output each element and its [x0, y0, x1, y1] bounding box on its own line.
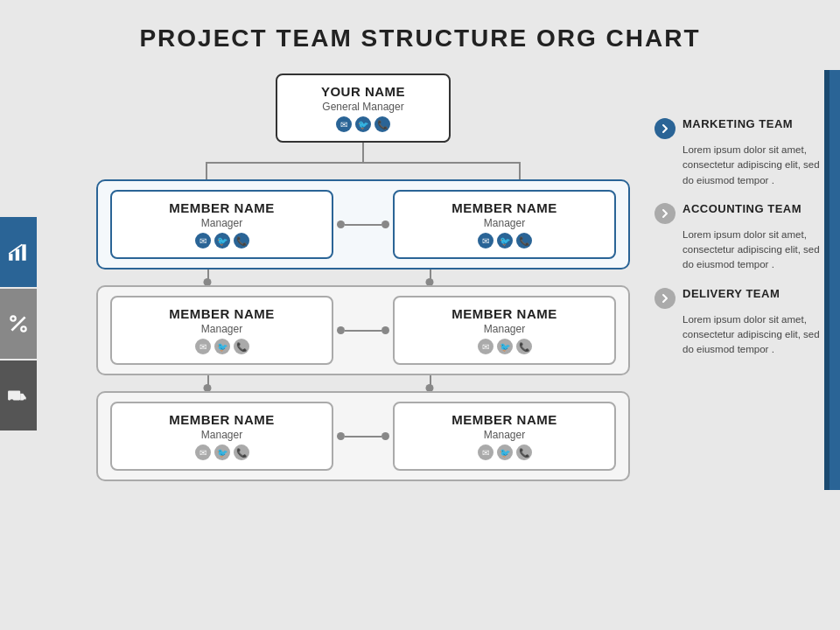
- svg-rect-6: [8, 391, 20, 401]
- member-2-right-role: Manager: [412, 323, 597, 335]
- member-3-left-icons: ✉ 🐦 📞: [130, 444, 314, 460]
- twitter-icon-1r: 🐦: [497, 233, 513, 248]
- phone-icon-2l: 📞: [234, 339, 249, 354]
- member-1-left-name: MEMBER NAME: [130, 200, 314, 215]
- svg-point-4: [10, 316, 15, 320]
- member-1-left-role: Manager: [130, 217, 314, 229]
- h-connector-3: [337, 436, 389, 438]
- email-icon-2r: ✉: [478, 339, 494, 354]
- member-node-3-left: MEMBER NAME Manager ✉ 🐦 📞: [110, 402, 333, 471]
- row-3: MEMBER NAME Manager ✉ 🐦 📞 MEMBER NAME Ma…: [96, 391, 630, 481]
- chevron-accounting[interactable]: [654, 203, 676, 224]
- sidebar-icon-truck[interactable]: [0, 360, 37, 430]
- top-node-role: General Manager: [304, 101, 423, 113]
- twitter-icon-2r: 🐦: [497, 339, 513, 354]
- email-icon-3r: ✉: [478, 444, 494, 460]
- twitter-icon-3r: 🐦: [497, 444, 513, 460]
- svg-line-3: [11, 317, 24, 330]
- team-delivery-desc: Lorem ipsum dolor sit amet, consectetur …: [654, 312, 831, 358]
- top-node-name: YOUR NAME: [304, 84, 423, 99]
- email-icon-2l: ✉: [195, 339, 211, 354]
- top-node-icons: ✉ 🐦 📞: [304, 116, 423, 132]
- member-2-right-name: MEMBER NAME: [412, 306, 597, 321]
- team-delivery-header: DELIVERY TEAM: [654, 287, 831, 309]
- svg-rect-0: [9, 254, 12, 261]
- truck-icon: [7, 384, 30, 407]
- page-title: PROJECT TEAM STRUCTURE ORG CHART: [0, 0, 840, 61]
- twitter-icon-2l: 🐦: [214, 339, 230, 354]
- sidebar-icon-percent[interactable]: [0, 289, 37, 359]
- org-chart: YOUR NAME General Manager ✉ 🐦 📞 MEMBER N…: [96, 74, 630, 481]
- team-accounting: ACCOUNTING TEAM Lorem ipsum dolor sit am…: [654, 202, 831, 273]
- team-marketing-header: MARKETING TEAM: [654, 117, 831, 139]
- email-icon-1r: ✉: [478, 233, 494, 248]
- svg-point-8: [23, 399, 26, 402]
- chart-icon: [7, 241, 30, 263]
- member-3-left-role: Manager: [130, 429, 314, 441]
- phone-icon-1l: 📞: [234, 233, 249, 248]
- phone-icon-3r: 📞: [516, 444, 532, 460]
- email-icon-1l: ✉: [195, 233, 211, 248]
- member-3-right-icons: ✉ 🐦 📞: [412, 444, 597, 460]
- rows-area: MEMBER NAME Manager ✉ 🐦 📞 MEMBER: [96, 179, 630, 481]
- phone-icon: 📞: [374, 116, 390, 132]
- member-2-right-icons: ✉ 🐦 📞: [412, 339, 597, 354]
- member-1-right-name: MEMBER NAME: [412, 200, 597, 215]
- row-1: MEMBER NAME Manager ✉ 🐦 📞 MEMBER: [96, 179, 630, 270]
- v-connector-2-3: [96, 375, 630, 391]
- member-2-left-icons: ✉ 🐦 📞: [130, 339, 314, 354]
- email-icon: ✉: [336, 116, 352, 132]
- member-3-left-name: MEMBER NAME: [130, 412, 314, 427]
- right-panel: MARKETING TEAM Lorem ipsum dolor sit ame…: [639, 117, 840, 481]
- team-marketing-desc: Lorem ipsum dolor sit amet, consectetur …: [654, 143, 831, 188]
- h-branch-container: [153, 162, 573, 179]
- chevron-right-icon: [660, 123, 670, 134]
- svg-rect-1: [16, 249, 19, 261]
- member-3-right-role: Manager: [412, 429, 597, 441]
- team-marketing: MARKETING TEAM Lorem ipsum dolor sit ame…: [654, 117, 831, 188]
- team-accounting-title: ACCOUNTING TEAM: [682, 202, 802, 215]
- team-marketing-title: MARKETING TEAM: [682, 117, 793, 130]
- left-sidebar: [0, 217, 37, 432]
- member-node-3-right: MEMBER NAME Manager ✉ 🐦 📞: [393, 402, 616, 471]
- v-connector-1-2: [96, 270, 630, 285]
- email-icon-3l: ✉: [195, 444, 211, 460]
- member-3-right-name: MEMBER NAME: [412, 412, 597, 427]
- member-2-left-role: Manager: [130, 323, 314, 335]
- phone-icon-2r: 📞: [516, 339, 532, 354]
- member-node-1-right: MEMBER NAME Manager ✉ 🐦 📞: [393, 190, 616, 259]
- svg-rect-2: [22, 244, 25, 260]
- member-node-2-right: MEMBER NAME Manager ✉ 🐦 📞: [393, 296, 616, 365]
- top-v-connector: [362, 143, 364, 162]
- member-2-left-name: MEMBER NAME: [130, 306, 314, 321]
- member-node-1-left: MEMBER NAME Manager ✉ 🐦 📞: [110, 190, 333, 259]
- h-connector-1: [337, 224, 389, 226]
- member-1-right-role: Manager: [412, 217, 597, 229]
- phone-icon-1r: 📞: [516, 233, 532, 248]
- top-node: YOUR NAME General Manager ✉ 🐦 📞: [276, 74, 451, 143]
- team-delivery: DELIVERY TEAM Lorem ipsum dolor sit amet…: [654, 287, 831, 358]
- member-1-left-icons: ✉ 🐦 📞: [130, 233, 314, 248]
- team-delivery-title: DELIVERY TEAM: [682, 287, 780, 300]
- row-2: MEMBER NAME Manager ✉ 🐦 📞 MEMBER NAME Ma…: [96, 285, 630, 375]
- twitter-icon-1l: 🐦: [214, 233, 230, 248]
- member-node-2-left: MEMBER NAME Manager ✉ 🐦 📞: [110, 296, 333, 365]
- chevron-right-icon-3: [660, 293, 670, 304]
- chevron-right-icon-2: [660, 208, 670, 219]
- svg-point-7: [10, 399, 13, 402]
- team-accounting-header: ACCOUNTING TEAM: [654, 202, 831, 224]
- twitter-icon: 🐦: [355, 116, 371, 132]
- phone-icon-3l: 📞: [234, 444, 249, 460]
- twitter-icon-3l: 🐦: [214, 444, 230, 460]
- sidebar-icon-chart[interactable]: [0, 217, 37, 287]
- chevron-delivery[interactable]: [654, 288, 676, 309]
- right-blue-bar: [830, 70, 840, 490]
- percent-icon: [7, 312, 30, 335]
- member-1-right-icons: ✉ 🐦 📞: [412, 233, 597, 248]
- chevron-marketing[interactable]: [654, 118, 676, 139]
- h-connector-2: [337, 330, 389, 332]
- svg-point-5: [21, 326, 25, 331]
- team-accounting-desc: Lorem ipsum dolor sit amet, consectetur …: [654, 228, 831, 273]
